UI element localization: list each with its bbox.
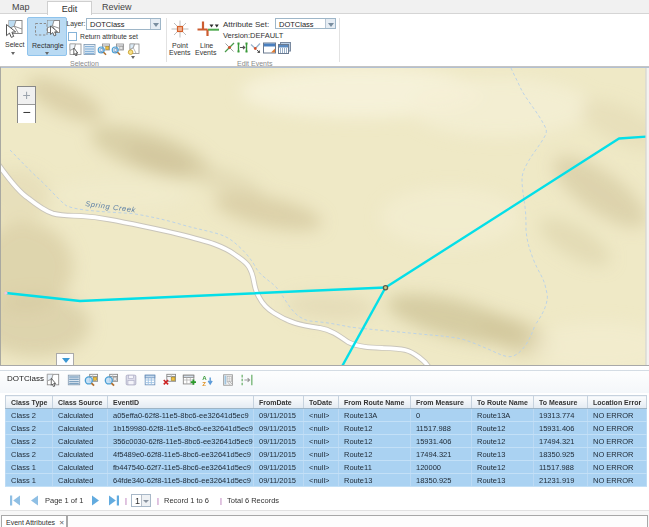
svg-text:Q: Q bbox=[114, 46, 118, 52]
svg-text:Z: Z bbox=[202, 380, 206, 387]
svg-text:Q: Q bbox=[100, 46, 104, 52]
